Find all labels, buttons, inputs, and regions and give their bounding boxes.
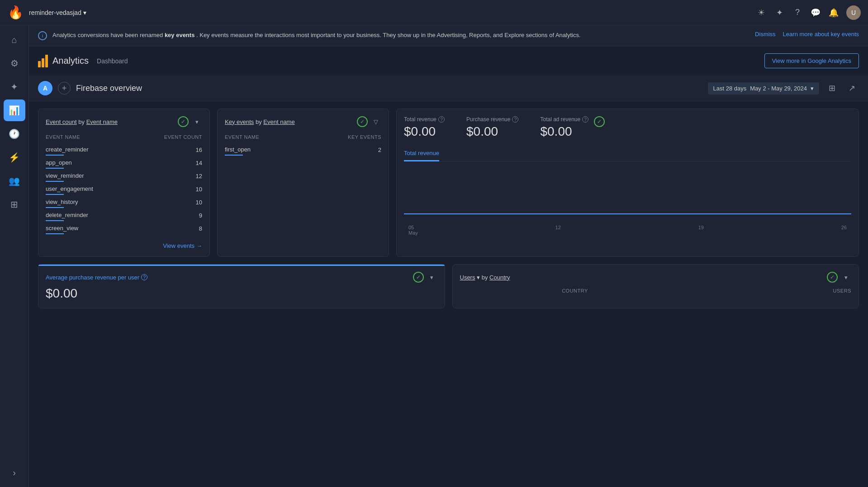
key-event-count-cell: 2 — [304, 143, 381, 156]
brightness-icon[interactable]: ☀ — [756, 7, 767, 18]
chart-label-26: 26 — [841, 225, 847, 236]
sidebar-item-clock[interactable]: 🕐 — [4, 123, 25, 145]
event-count-cell: 14 — [133, 156, 202, 170]
sidebar-item-extensions[interactable]: ⊞ — [4, 194, 25, 215]
avg-revenue-controls: ✓ ▾ — [413, 272, 437, 283]
sidebar-item-settings[interactable]: ⚙ — [4, 52, 25, 74]
chevron-down-icon[interactable]: ▾ — [83, 9, 86, 16]
compare-icon[interactable]: ⊞ — [825, 81, 839, 95]
avg-revenue-top-line — [38, 265, 445, 266]
event-name-cell: delete_reminder — [46, 209, 133, 222]
view-events-link[interactable]: View events → — [163, 242, 202, 249]
top-bar: 🔥 reminder-vedasjad ▾ ☀ ✦ ? 💬 🔔 U — [0, 0, 868, 25]
learn-more-link[interactable]: Learn more about key events — [783, 31, 859, 38]
users-link[interactable]: Users — [460, 274, 475, 281]
avg-revenue-title-text: Average purchase revenue per user — [46, 274, 139, 281]
users-country-link[interactable]: Country — [489, 274, 510, 281]
ad-revenue-value: $0.00 — [540, 124, 588, 139]
top-bar-actions: ☀ ✦ ? 💬 🔔 U — [756, 5, 861, 20]
view-events-arrow-icon: → — [196, 242, 202, 249]
analytics-logo-area: Analytics Dashboard — [38, 55, 128, 67]
event-underline — [46, 181, 64, 182]
info-banner-links: Dismiss Learn more about key events — [755, 31, 859, 38]
revenue-metrics: Total revenue ? $0.00 Purchase revenue ?… — [404, 116, 851, 139]
event-underline — [46, 168, 64, 169]
date-range-label: Last 28 days — [713, 85, 747, 92]
avg-revenue-card: Average purchase revenue per user ? ✓ ▾ … — [38, 264, 445, 308]
event-underline — [46, 155, 64, 156]
key-events-check-icon[interactable]: ✓ — [357, 116, 368, 127]
col-users-header: USERS — [690, 286, 851, 297]
sidebar-item-analytics[interactable]: 📊 — [4, 99, 25, 121]
page-title: Firebase overview — [76, 84, 142, 93]
notifications-icon[interactable]: 🔔 — [828, 7, 839, 18]
event-count-check-icon[interactable]: ✓ — [178, 116, 189, 127]
sidebar-item-ai[interactable]: ✦ — [4, 76, 25, 98]
key-events-card-title: Key events by Event name — [225, 118, 295, 125]
users-card-title: Users ▾ by Country — [460, 274, 510, 281]
chat-icon[interactable]: 💬 — [810, 7, 821, 18]
sidebar-item-users[interactable]: 👥 — [4, 170, 25, 192]
date-range-picker[interactable]: Last 28 days May 2 - May 29, 2024 ▾ — [708, 82, 819, 95]
analytics-title: Analytics — [52, 56, 89, 66]
logo-bar3 — [45, 55, 48, 67]
chart-label-05: 05May — [408, 225, 418, 236]
share-icon[interactable]: ↗ — [844, 81, 859, 95]
ad-revenue-help-icon[interactable]: ? — [582, 116, 588, 123]
col-event-name-header: EVENT NAME — [46, 132, 133, 143]
purchase-revenue-metric: Purchase revenue ? $0.00 — [466, 116, 518, 139]
event-count-link[interactable]: Event count — [46, 118, 77, 125]
sidebar-expand-icon[interactable]: › — [4, 462, 25, 483]
add-dashboard-button[interactable]: + — [58, 82, 71, 95]
key-events-table: EVENT NAME KEY EVENTS first_open 2 — [225, 132, 381, 156]
bottom-cards-row: Average purchase revenue per user ? ✓ ▾ … — [38, 264, 859, 308]
users-card-header: Users ▾ by Country ✓ ▾ — [460, 272, 852, 283]
avg-revenue-help-icon[interactable]: ? — [141, 274, 147, 280]
total-revenue-label: Total revenue ? — [404, 116, 445, 123]
users-dropdown-icon[interactable]: ▾ — [840, 272, 851, 283]
event-count-cell: 9 — [133, 209, 202, 222]
info-text-before: Analytics conversions have been renamed — [52, 32, 165, 38]
avg-revenue-dropdown-icon[interactable]: ▾ — [427, 272, 437, 283]
help-icon[interactable]: ? — [792, 7, 803, 18]
info-banner-text: Analytics conversions have been renamed … — [52, 31, 749, 40]
event-underline — [46, 233, 64, 234]
event-underline — [46, 194, 64, 195]
key-event-underline — [225, 155, 243, 156]
view-more-button[interactable]: View more in Google Analytics — [764, 53, 859, 68]
revenue-tabs: Total revenue — [404, 146, 851, 161]
info-text-after: . Key events measure the interactions mo… — [196, 32, 581, 38]
main-content: i Analytics conversions have been rename… — [29, 25, 868, 487]
event-count-card-title: Event count by Event name — [46, 118, 118, 125]
table-row: view_history 10 — [46, 196, 202, 209]
total-revenue-tab[interactable]: Total revenue — [404, 146, 439, 161]
sidebar-item-lightning[interactable]: ⚡ — [4, 147, 25, 168]
user-avatar[interactable]: U — [846, 5, 861, 20]
key-events-connector: by — [256, 118, 263, 125]
table-row: view_reminder 12 — [46, 170, 202, 183]
sparkle-icon[interactable]: ✦ — [774, 7, 785, 18]
event-count-dropdown-icon[interactable]: ▾ — [191, 116, 202, 127]
key-event-name-link[interactable]: Event name — [263, 118, 294, 125]
total-revenue-metric: Total revenue ? $0.00 — [404, 116, 445, 139]
total-revenue-tab-label: Total revenue — [404, 150, 439, 156]
revenue-check-icon[interactable]: ✓ — [594, 116, 605, 127]
event-name-link[interactable]: Event name — [86, 118, 118, 125]
key-events-filter-icon[interactable]: ▽ — [370, 116, 381, 127]
project-selector[interactable]: reminder-vedasjad ▾ — [29, 9, 88, 16]
dashboard-avatar: A — [38, 81, 52, 95]
table-row: app_open 14 — [46, 156, 202, 170]
analytics-logo — [38, 55, 48, 67]
chart-label-19: 19 — [698, 225, 704, 236]
col-event-count-header: EVENT COUNT — [133, 132, 202, 143]
purchase-revenue-help-icon[interactable]: ? — [512, 116, 518, 123]
dismiss-link[interactable]: Dismiss — [755, 31, 776, 38]
event-name-cell: user_engagement — [46, 183, 133, 196]
key-events-link[interactable]: Key events — [225, 118, 254, 125]
users-check-icon[interactable]: ✓ — [827, 272, 838, 283]
avg-revenue-check-icon[interactable]: ✓ — [413, 272, 424, 283]
total-revenue-help-icon[interactable]: ? — [438, 116, 445, 123]
sidebar-item-home[interactable]: ⌂ — [4, 29, 25, 51]
avg-revenue-card-header: Average purchase revenue per user ? ✓ ▾ — [46, 272, 437, 283]
key-events-card-title-row: Key events by Event name ✓ ▽ — [225, 116, 381, 127]
